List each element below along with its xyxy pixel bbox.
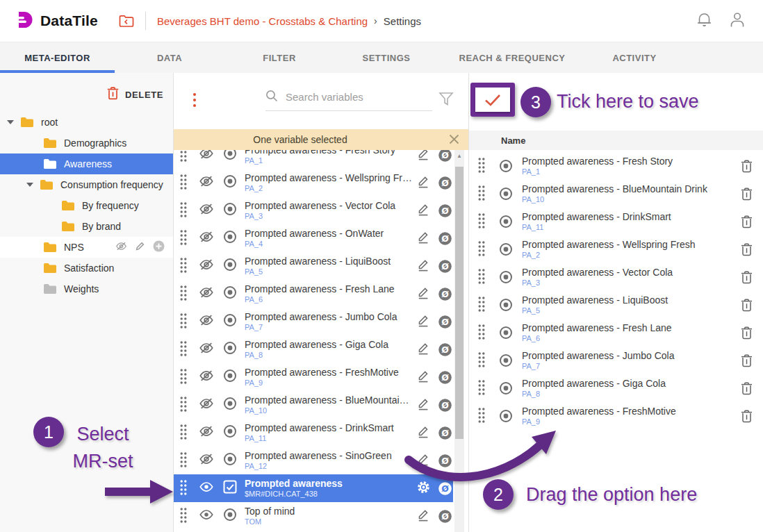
close-icon[interactable] — [448, 133, 460, 145]
tree-item-nps[interactable]: NPS — [0, 237, 173, 258]
visibility-off-icon[interactable] — [199, 150, 214, 164]
delete-option-icon[interactable] — [739, 326, 753, 340]
variable-row[interactable]: Prompted awareness - Giga Cola PA_8 Ø — [174, 335, 453, 363]
edit-pencil-icon[interactable] — [416, 174, 430, 192]
tree-item-root[interactable]: root — [0, 112, 173, 133]
variable-row[interactable]: Prompted awareness - Fresh Lane PA_6 Ø — [174, 280, 453, 308]
drag-handle-icon[interactable] — [179, 508, 189, 524]
edit-pencil-icon[interactable] — [135, 241, 145, 253]
radio-single-icon[interactable] — [222, 174, 238, 192]
edit-pencil-icon[interactable] — [416, 424, 430, 442]
drag-handle-icon[interactable] — [477, 297, 487, 313]
drag-handle-icon[interactable] — [477, 324, 487, 341]
visibility-off-icon[interactable] — [199, 257, 214, 275]
variable-row[interactable]: Prompted awareness - BlueMountain Drink … — [174, 391, 453, 419]
radio-single-icon[interactable] — [222, 313, 238, 331]
visibility-off-icon[interactable] — [115, 240, 127, 254]
delete-option-icon[interactable] — [739, 188, 753, 201]
user-account-icon[interactable] — [730, 12, 745, 31]
drag-handle-icon[interactable] — [179, 202, 189, 219]
variable-row[interactable]: Prompted awareness - LiquiBoost PA_5 Ø — [174, 252, 453, 280]
radio-single-icon[interactable] — [498, 269, 514, 285]
caret-down-icon[interactable] — [26, 183, 33, 187]
mrset-option-row[interactable]: Prompted awareness - Giga Cola PA_8 — [469, 374, 763, 402]
drag-handle-icon[interactable] — [179, 150, 189, 163]
mrset-option-row[interactable]: Prompted awareness - DrinkSmart PA_11 — [469, 208, 763, 235]
radio-single-icon[interactable] — [498, 186, 514, 201]
drag-handle-icon[interactable] — [179, 397, 189, 413]
drag-handle-icon[interactable] — [477, 241, 487, 258]
radio-single-icon[interactable] — [222, 451, 238, 469]
visibility-off-icon[interactable] — [199, 396, 214, 414]
radio-single-icon[interactable] — [222, 257, 238, 275]
drag-handle-icon[interactable] — [477, 380, 487, 397]
variable-row[interactable]: Prompted awareness - Wellspring Fresh PA… — [174, 169, 453, 197]
variable-row[interactable]: Prompted awareness - Fresh Story PA_1 Ø — [174, 150, 453, 169]
edit-pencil-icon[interactable] — [416, 285, 430, 303]
edit-pencil-icon[interactable] — [416, 508, 430, 525]
radio-single-icon[interactable] — [498, 325, 514, 340]
tree-item-by-frequency[interactable]: By frequency — [0, 195, 173, 216]
add-folder-icon[interactable] — [153, 240, 165, 254]
drag-handle-icon[interactable] — [477, 158, 487, 174]
drag-handle-icon[interactable] — [477, 408, 487, 424]
visibility-off-icon[interactable] — [199, 285, 214, 303]
variable-row[interactable]: Prompted awareness - SinoGreen PA_12 Ø — [174, 447, 453, 474]
save-tick-button[interactable] — [475, 88, 510, 112]
drag-handle-icon[interactable] — [179, 369, 189, 385]
tree-item-demographics[interactable]: Demographics — [0, 133, 173, 153]
tree-item-satisfaction[interactable]: Satisfaction — [0, 258, 173, 279]
visibility-off-icon[interactable] — [199, 313, 214, 331]
radio-single-icon[interactable] — [222, 201, 238, 219]
edit-pencil-icon[interactable] — [416, 397, 430, 414]
tab-filter[interactable]: FILTER — [224, 42, 334, 73]
projects-folder-icon[interactable] — [119, 15, 134, 28]
tab-settings[interactable]: SETTINGS — [334, 42, 438, 73]
radio-single-icon[interactable] — [498, 381, 514, 396]
empty-values-icon[interactable]: Ø — [436, 315, 453, 329]
visibility-on-icon[interactable] — [199, 479, 214, 497]
datatile-logo[interactable]: DataTile — [15, 10, 98, 32]
mrset-option-row[interactable]: Prompted awareness - BlueMountain Drink … — [469, 180, 763, 208]
tree-item-weights[interactable]: Weights — [0, 279, 173, 299]
visibility-off-icon[interactable] — [199, 201, 214, 219]
drag-handle-icon[interactable] — [179, 480, 189, 497]
edit-pencil-icon[interactable] — [416, 230, 430, 247]
visibility-off-icon[interactable] — [199, 451, 214, 469]
empty-values-icon[interactable]: Ø — [436, 176, 453, 190]
radio-single-icon[interactable] — [222, 507, 238, 525]
delete-option-icon[interactable] — [739, 410, 753, 423]
drag-handle-icon[interactable] — [179, 258, 189, 274]
empty-values-icon[interactable]: Ø — [436, 259, 453, 274]
drag-handle-icon[interactable] — [477, 352, 487, 369]
visibility-off-icon[interactable] — [199, 174, 214, 192]
delete-option-icon[interactable] — [739, 243, 753, 256]
variable-row[interactable]: Prompted awareness $MR#DICH.CAT_438 Ø — [174, 474, 453, 502]
visibility-off-icon[interactable] — [199, 340, 214, 358]
drag-handle-icon[interactable] — [179, 424, 189, 441]
mrset-option-row[interactable]: Prompted awareness - FreshMotive PA_9 — [469, 402, 763, 430]
drag-handle-icon[interactable] — [179, 174, 189, 191]
visibility-off-icon[interactable] — [199, 424, 214, 442]
empty-values-icon[interactable]: Ø — [436, 150, 453, 163]
delete-option-icon[interactable] — [739, 382, 753, 395]
visibility-off-icon[interactable] — [199, 229, 214, 247]
mrset-option-row[interactable]: Prompted awareness - Jumbo Cola PA_7 — [469, 347, 763, 374]
empty-values-icon[interactable]: Ø — [436, 509, 453, 524]
radio-single-icon[interactable] — [498, 297, 514, 313]
drag-handle-icon[interactable] — [179, 313, 189, 330]
empty-values-icon[interactable]: Ø — [436, 203, 453, 218]
radio-single-icon[interactable] — [222, 368, 238, 386]
mrset-option-row[interactable]: Prompted awareness - Wellspring Fresh PA… — [469, 235, 763, 263]
edit-pencil-icon[interactable] — [416, 369, 430, 386]
delete-option-icon[interactable] — [739, 354, 753, 367]
tab-data[interactable]: DATA — [115, 42, 224, 73]
edit-pencil-icon[interactable] — [416, 341, 430, 358]
empty-values-icon[interactable]: Ø — [436, 426, 453, 440]
visibility-off-icon[interactable] — [199, 368, 214, 386]
variable-row[interactable]: Prompted awareness - Vector Cola PA_3 Ø — [174, 197, 453, 224]
kebab-menu-icon[interactable] — [193, 93, 196, 107]
tree-item-awareness[interactable]: Awareness — [0, 153, 173, 174]
tab-activity[interactable]: ACTIVITY — [586, 42, 683, 73]
tree-item-by-brand[interactable]: By brand — [0, 216, 173, 237]
